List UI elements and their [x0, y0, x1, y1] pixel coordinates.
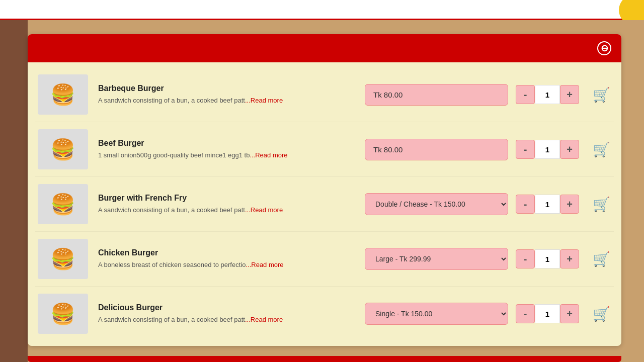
- cart-icon: 🛒: [593, 251, 610, 267]
- collapse-icon: ⊖: [601, 43, 608, 54]
- item-image-barbeque-burger: 🍔: [38, 74, 88, 115]
- minus-button-barbeque-burger[interactable]: -: [516, 85, 535, 104]
- table-row: 🍔Delicious BurgerA sandwich consisting o…: [35, 287, 614, 341]
- qty-display-beef-burger: 1: [535, 140, 560, 159]
- minus-button-chicken-burger[interactable]: -: [516, 249, 535, 268]
- read-more-link[interactable]: ...Read more: [246, 261, 283, 268]
- item-price-area-barbeque-burger: Tk 80.00: [365, 84, 516, 106]
- item-info-burger-french-fry: Burger with French FryA sandwich consist…: [88, 194, 365, 215]
- item-name-chicken-burger: Chicken Burger: [98, 248, 355, 257]
- table-row: 🍔Beef Burger1 small onion500g good-quali…: [35, 122, 614, 177]
- burger-section-card: ⊖ 🍔Barbeque BurgerA sandwich consisting …: [28, 34, 621, 346]
- item-desc-burger-french-fry: A sandwich consisting of a bun, a cooked…: [98, 206, 355, 215]
- qty-controls-burger-french-fry: -1+: [516, 195, 581, 214]
- minus-button-delicious-burger[interactable]: -: [516, 304, 535, 323]
- item-price-beef-burger: Tk 80.00: [365, 139, 508, 160]
- item-price-area-burger-french-fry: Double / Chease - Tk 150.00Single - Tk 1…: [365, 193, 516, 215]
- minus-button-burger-french-fry[interactable]: -: [516, 195, 535, 214]
- cart-icon: 🛒: [593, 306, 610, 322]
- item-desc-delicious-burger: A sandwich consisting of a bun, a cooked…: [98, 315, 355, 324]
- item-name-barbeque-burger: Barbeque Burger: [98, 84, 355, 93]
- read-more-link[interactable]: ...Read more: [245, 206, 283, 214]
- qty-controls-chicken-burger: -1+: [516, 249, 581, 268]
- item-info-barbeque-burger: Barbeque BurgerA sandwich consisting of …: [88, 84, 365, 105]
- cart-icon: 🛒: [593, 141, 610, 158]
- item-desc-chicken-burger: A boneless breast of chicken seasoned to…: [98, 260, 355, 269]
- read-more-link[interactable]: ...Read more: [245, 316, 283, 323]
- item-image-delicious-burger: 🍔: [38, 294, 88, 334]
- qty-controls-beef-burger: -1+: [516, 140, 581, 159]
- item-price-select-burger-french-fry[interactable]: Double / Chease - Tk 150.00Single - Tk 1…: [365, 193, 508, 215]
- top-bar: [0, 0, 644, 20]
- item-desc-beef-burger: 1 small onion500g good-quality beef minc…: [98, 151, 355, 160]
- read-more-link[interactable]: ...Read more: [250, 151, 287, 159]
- item-info-delicious-burger: Delicious BurgerA sandwich consisting of…: [88, 303, 365, 324]
- item-name-delicious-burger: Delicious Burger: [98, 303, 355, 312]
- item-desc-barbeque-burger: A sandwich consisting of a bun, a cooked…: [98, 96, 355, 105]
- item-info-beef-burger: Beef Burger1 small onion500g good-qualit…: [88, 139, 365, 160]
- collapse-button[interactable]: ⊖: [597, 41, 611, 55]
- add-to-cart-button-beef-burger[interactable]: 🛒: [591, 141, 611, 158]
- item-price-barbeque-burger: Tk 80.00: [365, 84, 508, 106]
- add-to-cart-button-chicken-burger[interactable]: 🛒: [591, 251, 611, 267]
- item-price-area-chicken-burger: Large - Tk 299.99Medium - Tk 199.99Small…: [365, 248, 516, 270]
- add-to-cart-button-delicious-burger[interactable]: 🛒: [591, 306, 611, 322]
- item-info-chicken-burger: Chicken BurgerA boneless breast of chick…: [88, 248, 365, 269]
- item-name-beef-burger: Beef Burger: [98, 139, 355, 148]
- qty-controls-delicious-burger: -1+: [516, 304, 581, 323]
- cart-icon: 🛒: [593, 196, 610, 213]
- left-background: [0, 20, 28, 362]
- table-row: 🍔Burger with French FryA sandwich consis…: [35, 177, 614, 232]
- table-row: 🍔Chicken BurgerA boneless breast of chic…: [35, 232, 614, 287]
- item-image-chicken-burger: 🍔: [38, 239, 88, 279]
- minus-button-beef-burger[interactable]: -: [516, 140, 535, 159]
- qty-controls-barbeque-burger: -1+: [516, 85, 581, 104]
- table-row: 🍔Barbeque BurgerA sandwich consisting of…: [35, 67, 614, 122]
- plus-button-delicious-burger[interactable]: +: [560, 304, 579, 323]
- section-header: ⊖: [28, 34, 621, 62]
- plus-button-beef-burger[interactable]: +: [560, 140, 579, 159]
- plus-button-burger-french-fry[interactable]: +: [560, 195, 579, 214]
- item-price-area-beef-burger: Tk 80.00: [365, 139, 516, 160]
- add-to-cart-button-burger-french-fry[interactable]: 🛒: [591, 196, 611, 213]
- item-name-burger-french-fry: Burger with French Fry: [98, 194, 355, 203]
- item-image-beef-burger: 🍔: [38, 129, 88, 169]
- bottom-red-bar: [28, 356, 621, 362]
- item-image-burger-french-fry: 🍔: [38, 184, 88, 224]
- menu-item-list: 🍔Barbeque BurgerA sandwich consisting of…: [28, 62, 621, 346]
- qty-display-burger-french-fry: 1: [535, 195, 560, 214]
- qty-display-delicious-burger: 1: [535, 304, 560, 323]
- add-to-cart-button-barbeque-burger[interactable]: 🛒: [591, 86, 611, 103]
- qty-display-chicken-burger: 1: [535, 249, 560, 268]
- cart-icon: 🛒: [593, 86, 610, 103]
- item-price-select-delicious-burger[interactable]: Single - Tk 150.00Double - Tk 200.00: [365, 303, 508, 325]
- item-price-area-delicious-burger: Single - Tk 150.00Double - Tk 200.00: [365, 303, 516, 325]
- plus-button-barbeque-burger[interactable]: +: [560, 85, 579, 104]
- qty-display-barbeque-burger: 1: [535, 85, 560, 104]
- item-price-select-chicken-burger[interactable]: Large - Tk 299.99Medium - Tk 199.99Small…: [365, 248, 508, 270]
- plus-button-chicken-burger[interactable]: +: [560, 249, 579, 268]
- read-more-link[interactable]: ...Read more: [245, 97, 283, 104]
